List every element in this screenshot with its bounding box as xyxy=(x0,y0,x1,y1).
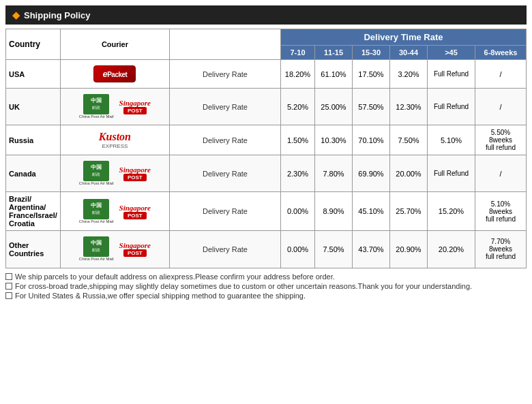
chinapost-logo: 中国 邮政 China Post Air Mail xyxy=(79,94,114,119)
chinapost-logo: 中国 邮政 China Post Air Mail xyxy=(79,199,114,224)
subheader-7-10: 7-10 xyxy=(281,46,315,60)
delivery-rate-label: Delivery Rate xyxy=(169,192,280,231)
cell-6-8weeks: 7.70%8weeksfull refund xyxy=(475,231,527,268)
chinapost-logo: 中国 邮政 China Post Air Mail xyxy=(79,161,114,186)
shipping-table: Country Courier Delivery Time Rate 7-10 … xyxy=(5,29,527,268)
cell-gt45: 20.20% xyxy=(428,231,475,268)
checkbox-icon xyxy=(5,292,12,299)
cell-30-44: 20.00% xyxy=(390,155,428,192)
courier-cell: 中国 邮政 China Post Air Mail Singapore POST xyxy=(60,231,169,268)
svg-text:中国: 中国 xyxy=(91,202,102,208)
cell-11-15: 10.30% xyxy=(315,125,353,155)
cell-7-10: 1.50% xyxy=(281,125,315,155)
courier-cell: Kuston EXPRESS xyxy=(60,125,169,155)
svg-text:邮政: 邮政 xyxy=(92,248,100,252)
country-cell: Canada xyxy=(6,155,61,192)
note-text: We ship parcels to your default address … xyxy=(15,273,335,281)
courier-cell: 中国 邮政 China Post Air Mail Singapore POST xyxy=(60,89,169,125)
courier-cell: ePacket xyxy=(60,60,169,89)
cell-30-44: 3.20% xyxy=(390,60,428,89)
notes-section: We ship parcels to your default address … xyxy=(5,273,527,300)
cell-11-15: 61.10% xyxy=(315,60,353,89)
singpost-logo: Singapore POST xyxy=(119,166,151,181)
cell-15-30: 45.10% xyxy=(353,192,390,231)
header-country: Country xyxy=(6,29,61,60)
cell-15-30: 43.70% xyxy=(353,231,390,268)
delivery-rate-label: Delivery Rate xyxy=(169,231,280,268)
cell-gt45: Full Refund xyxy=(428,60,475,89)
country-cell: Brazil/Argentina/France/Israel/Croatia xyxy=(6,192,61,231)
country-cell: UK xyxy=(6,89,61,125)
cell-30-44: 12.30% xyxy=(390,89,428,125)
cell-6-8weeks: / xyxy=(475,60,527,89)
cell-11-15: 7.80% xyxy=(315,155,353,192)
cell-30-44: 7.50% xyxy=(390,125,428,155)
page-title: Shipping Policy xyxy=(24,10,91,20)
diamond-icon: ◆ xyxy=(12,10,20,20)
svg-text:邮政: 邮政 xyxy=(92,211,100,215)
courier-cell: 中国 邮政 China Post Air Mail Singapore POST xyxy=(60,155,169,192)
subheader-gt45: >45 xyxy=(428,46,475,60)
singpost-logo: Singapore POST xyxy=(119,99,151,114)
subheader-6-8weeks: 6-8weeks xyxy=(475,46,527,60)
checkbox-icon xyxy=(5,273,12,280)
chinapost-logo: 中国 邮政 China Post Air Mail xyxy=(79,236,114,262)
header-delivery-time: Delivery Time Rate xyxy=(281,29,527,46)
page-wrapper: ◆ Shipping Policy Country Courier Delive… xyxy=(0,0,532,307)
cell-11-15: 25.00% xyxy=(315,89,353,125)
cell-30-44: 25.70% xyxy=(390,192,428,231)
cell-11-15: 8.90% xyxy=(315,192,353,231)
header-delivery-rate xyxy=(169,29,280,60)
cell-7-10: 0.00% xyxy=(281,192,315,231)
cell-7-10: 0.00% xyxy=(281,231,315,268)
note-item: We ship parcels to your default address … xyxy=(5,273,527,281)
note-item: For United States & Russia,we offer spec… xyxy=(5,292,527,300)
title-bar: ◆ Shipping Policy xyxy=(5,5,527,25)
epacket-logo: ePacket xyxy=(93,65,136,82)
cell-15-30: 69.90% xyxy=(353,155,390,192)
cell-11-15: 7.50% xyxy=(315,231,353,268)
svg-text:中国: 中国 xyxy=(91,240,102,246)
svg-text:邮政: 邮政 xyxy=(92,106,100,110)
cell-6-8weeks: / xyxy=(475,89,527,125)
cell-15-30: 57.50% xyxy=(353,89,390,125)
delivery-rate-label: Delivery Rate xyxy=(169,125,280,155)
note-text: For United States & Russia,we offer spec… xyxy=(15,292,306,300)
cell-15-30: 70.10% xyxy=(353,125,390,155)
cell-gt45: 5.10% xyxy=(428,125,475,155)
delivery-rate-label: Delivery Rate xyxy=(169,155,280,192)
cell-7-10: 5.20% xyxy=(281,89,315,125)
note-text: For cross-broad trade,shipping may sligh… xyxy=(15,282,472,290)
cell-gt45: Full Refund xyxy=(428,155,475,192)
cell-gt45: 15.20% xyxy=(428,192,475,231)
cell-gt45: Full Refund xyxy=(428,89,475,125)
note-item: For cross-broad trade,shipping may sligh… xyxy=(5,282,527,290)
cell-30-44: 20.90% xyxy=(390,231,428,268)
country-cell: Russia xyxy=(6,125,61,155)
checkbox-icon xyxy=(5,283,12,290)
kuston-logo: Kuston EXPRESS xyxy=(99,131,131,149)
cell-6-8weeks: 5.50%8weeksfull refund xyxy=(475,125,527,155)
subheader-11-15: 11-15 xyxy=(315,46,353,60)
cell-6-8weeks: 5.10%8weeksfull refund xyxy=(475,192,527,231)
delivery-rate-label: Delivery Rate xyxy=(169,60,280,89)
svg-text:中国: 中国 xyxy=(91,164,102,170)
singpost-logo: Singapore POST xyxy=(119,204,151,219)
cell-15-30: 17.50% xyxy=(353,60,390,89)
header-courier: Courier xyxy=(60,29,169,60)
cell-7-10: 18.20% xyxy=(281,60,315,89)
singpost-logo: Singapore POST xyxy=(119,241,151,257)
subheader-15-30: 15-30 xyxy=(353,46,390,60)
cell-7-10: 2.30% xyxy=(281,155,315,192)
svg-text:中国: 中国 xyxy=(91,97,102,104)
delivery-rate-label: Delivery Rate xyxy=(169,89,280,125)
cell-6-8weeks: / xyxy=(475,155,527,192)
country-cell: USA xyxy=(6,60,61,89)
courier-cell: 中国 邮政 China Post Air Mail Singapore POST xyxy=(60,192,169,231)
subheader-30-44: 30-44 xyxy=(390,46,428,60)
country-cell: Other Countries xyxy=(6,231,61,268)
svg-text:邮政: 邮政 xyxy=(92,172,100,176)
